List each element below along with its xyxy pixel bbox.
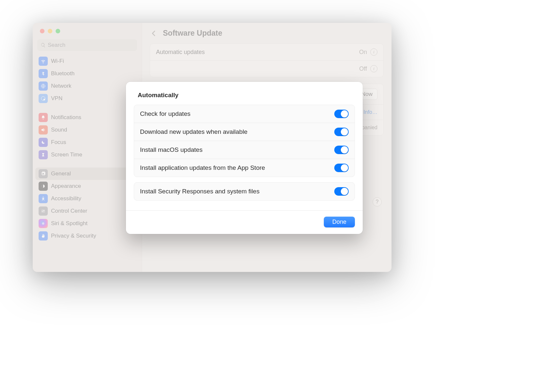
toggle-row-check-for-updates: Check for updates [134,105,355,123]
toggle-switch[interactable] [334,128,349,136]
automatic-updates-sheet: Automatically Check for updatesDownload … [126,82,363,234]
settings-window: Wi-FiBluetoothNetworkVPN NotificationsSo… [33,23,392,272]
toggle-row-download-new-updates-when-available: Download new updates when available [134,123,355,141]
sheet-title: Automatically [138,92,355,99]
toggle-label: Check for updates [140,110,190,117]
toggle-row-install-macos-updates: Install macOS updates [134,141,355,159]
toggle-switch[interactable] [334,110,349,118]
toggle-row-install-security-responses-and-system-files: Install Security Responses and system fi… [134,183,355,200]
toggle-switch[interactable] [334,164,349,172]
toggle-switch[interactable] [334,187,349,196]
toggle-label: Install application updates from the App… [140,164,265,171]
toggle-row-install-application-updates-from-the-app-store: Install application updates from the App… [134,159,355,177]
toggle-label: Install macOS updates [140,146,202,153]
toggle-switch[interactable] [334,146,349,154]
toggle-label: Install Security Responses and system fi… [140,188,259,195]
toggle-label: Download new updates when available [140,128,248,135]
done-button[interactable]: Done [324,217,355,227]
